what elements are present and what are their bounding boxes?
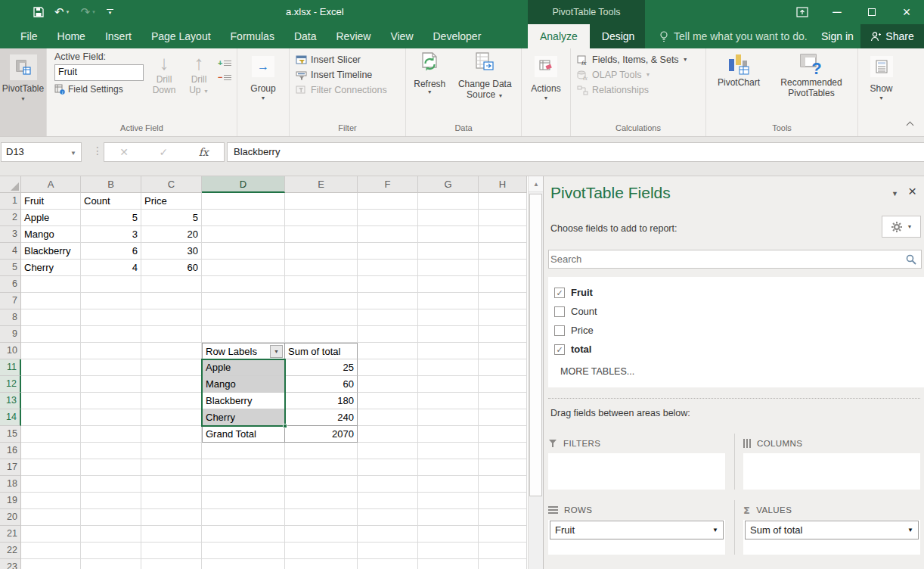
chevron-down-icon[interactable]: ▼ [907, 527, 913, 533]
cell-A21[interactable] [21, 526, 81, 543]
row-header-2[interactable]: 2 [0, 210, 21, 226]
cell-E14[interactable]: 240 [285, 409, 358, 426]
cell-E23[interactable] [285, 559, 358, 569]
row-labels-filter-button[interactable]: ▼ [270, 345, 283, 358]
cell-B2[interactable]: 5 [81, 210, 141, 226]
row-header-16[interactable]: 16 [0, 443, 21, 459]
tab-insert[interactable]: Insert [95, 24, 141, 48]
row-header-12[interactable]: 12 [0, 376, 21, 393]
scrollbar-up-arrow[interactable]: ▲ [529, 176, 544, 192]
row-header-17[interactable]: 17 [0, 459, 21, 476]
active-field-input[interactable]: Fruit [54, 64, 144, 81]
row-header-1[interactable]: 1 [0, 193, 21, 210]
cell-G14[interactable] [418, 409, 479, 426]
rows-field-chip[interactable]: Fruit ▼ [550, 521, 724, 539]
cell-H23[interactable] [479, 559, 527, 569]
tab-page-layout[interactable]: Page Layout [141, 24, 221, 48]
cell-H10[interactable] [479, 343, 527, 359]
cell-E7[interactable] [285, 293, 358, 309]
cell-D7[interactable] [202, 293, 285, 309]
cell-D15[interactable]: Grand Total [202, 426, 285, 443]
cell-A12[interactable] [21, 376, 81, 393]
cell-A22[interactable] [21, 543, 81, 559]
undo-button[interactable]: ↶▼ [54, 5, 70, 19]
cell-E12[interactable]: 60 [285, 376, 358, 393]
cell-D18[interactable] [202, 476, 285, 493]
cell-C14[interactable] [141, 409, 202, 426]
cell-A10[interactable] [21, 343, 81, 359]
cell-E10[interactable]: Sum of total [285, 343, 358, 359]
cell-G1[interactable] [418, 193, 479, 210]
tab-developer[interactable]: Developer [423, 24, 491, 48]
cell-G5[interactable] [418, 260, 479, 276]
cell-H5[interactable] [479, 260, 527, 276]
vertical-scrollbar[interactable]: ▲ [528, 176, 543, 569]
row-header-15[interactable]: 15 [0, 426, 21, 443]
cell-C17[interactable] [141, 459, 202, 476]
cell-G19[interactable] [418, 493, 479, 509]
column-header-E[interactable]: E [285, 176, 358, 193]
row-header-6[interactable]: 6 [0, 276, 21, 293]
row-header-11[interactable]: 11 [0, 359, 21, 376]
field-item-count[interactable]: Count [554, 302, 924, 321]
select-all-corner[interactable] [0, 176, 21, 193]
cell-B1[interactable]: Count [81, 193, 141, 210]
field-checkbox-fruit[interactable]: ✓ [554, 288, 565, 298]
cell-F17[interactable] [358, 459, 418, 476]
cell-E13[interactable]: 180 [285, 393, 358, 409]
filters-area[interactable]: FILTERS [548, 434, 734, 490]
cell-D2[interactable] [202, 210, 285, 226]
row-header-4[interactable]: 4 [0, 243, 21, 260]
cell-A1[interactable]: Fruit [21, 193, 81, 210]
recommended-pivottables-button[interactable]: ? Recommended PivotTables [771, 51, 852, 123]
row-header-19[interactable]: 19 [0, 493, 21, 509]
cell-H3[interactable] [479, 226, 527, 243]
cell-F5[interactable] [358, 260, 418, 276]
cell-G10[interactable] [418, 343, 479, 359]
fields-items-sets-button[interactable]: fx Fields, Items, & Sets▼ [577, 54, 702, 65]
field-settings-button[interactable]: i Field Settings [54, 84, 147, 95]
cell-E11[interactable]: 25 [285, 359, 358, 376]
cell-H20[interactable] [479, 509, 527, 526]
row-header-23[interactable]: 23 [0, 559, 21, 569]
row-header-10[interactable]: 10 [0, 343, 21, 359]
cell-E20[interactable] [285, 509, 358, 526]
cell-G6[interactable] [418, 276, 479, 293]
column-header-A[interactable]: A [21, 176, 81, 193]
cell-B4[interactable]: 6 [81, 243, 141, 260]
cell-C22[interactable] [141, 543, 202, 559]
cell-F7[interactable] [358, 293, 418, 309]
cell-G13[interactable] [418, 393, 479, 409]
cell-F3[interactable] [358, 226, 418, 243]
cell-E19[interactable] [285, 493, 358, 509]
values-field-chip[interactable]: Sum of total ▼ [745, 521, 919, 539]
cell-G8[interactable] [418, 309, 479, 326]
cell-H12[interactable] [479, 376, 527, 393]
cell-H14[interactable] [479, 409, 527, 426]
field-item-total[interactable]: ✓total [554, 340, 924, 359]
cell-G16[interactable] [418, 443, 479, 459]
row-header-8[interactable]: 8 [0, 309, 21, 326]
cell-B11[interactable] [81, 359, 141, 376]
field-checkbox-total[interactable]: ✓ [554, 344, 565, 355]
cell-E3[interactable] [285, 226, 358, 243]
column-header-H[interactable]: H [479, 176, 527, 193]
cell-C9[interactable] [141, 326, 202, 343]
tab-file[interactable]: File [11, 24, 48, 48]
cell-F13[interactable] [358, 393, 418, 409]
formula-input[interactable]: Blackberry [227, 142, 924, 162]
cell-E8[interactable] [285, 309, 358, 326]
rows-area[interactable]: ROWS Fruit ▼ [548, 500, 734, 555]
cell-F1[interactable] [358, 193, 418, 210]
cell-B5[interactable]: 4 [81, 260, 141, 276]
cell-C6[interactable] [141, 276, 202, 293]
row-header-5[interactable]: 5 [0, 260, 21, 276]
show-button[interactable]: Show ▼ [870, 51, 892, 101]
tools-gear-button[interactable]: ▼ [882, 216, 921, 238]
cell-H4[interactable] [479, 243, 527, 260]
cell-G2[interactable] [418, 210, 479, 226]
cell-A5[interactable]: Cherry [21, 260, 81, 276]
actions-button[interactable]: Actions ▼ [531, 51, 560, 101]
cell-H6[interactable] [479, 276, 527, 293]
field-checkbox-price[interactable] [554, 325, 565, 336]
